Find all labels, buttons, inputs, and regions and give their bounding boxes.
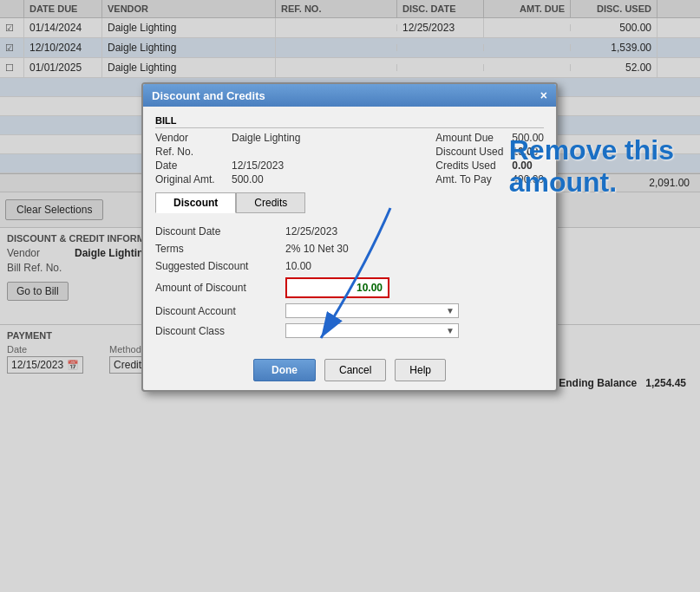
bill-vendor-value: Daigle Lighting xyxy=(232,132,300,144)
bill-section-title: BILL xyxy=(155,115,544,128)
bill-ref-label: Ref. No. xyxy=(155,146,225,158)
modal-buttons: Done Cancel Help xyxy=(155,359,544,381)
credits-used-label: Credits Used xyxy=(435,159,505,172)
discount-used-label: Discount Used xyxy=(435,146,505,158)
modal-titlebar: Discount and Credits × xyxy=(143,84,556,107)
dropdown-arrow-account: ▼ xyxy=(446,306,455,316)
bill-section: BILL Vendor Daigle Lighting Ref. No. Dat… xyxy=(155,115,544,185)
annotation-arrow xyxy=(260,199,434,355)
bill-date-value: 12/15/2023 xyxy=(232,159,284,172)
bill-col-left: Vendor Daigle Lighting Ref. No. Date 12/… xyxy=(155,132,300,185)
done-button[interactable]: Done xyxy=(253,359,316,381)
amount-due-label: Amount Due xyxy=(435,132,505,144)
bill-orig-amt-value: 500.00 xyxy=(232,173,264,185)
bill-vendor-label: Vendor xyxy=(155,132,225,144)
modal-close-button[interactable]: × xyxy=(540,88,547,102)
bill-orig-amt-label: Original Amt. xyxy=(155,173,225,185)
annotation-text: Remove this amount. xyxy=(509,134,674,198)
tab-discount[interactable]: Discount xyxy=(155,192,236,213)
help-button[interactable]: Help xyxy=(395,359,446,381)
dropdown-arrow-class: ▼ xyxy=(446,326,455,335)
bill-date-label: Date xyxy=(155,159,225,172)
modal-title: Discount and Credits xyxy=(152,89,265,102)
cancel-button[interactable]: Cancel xyxy=(324,359,386,381)
amt-to-pay-label: Amt. To Pay xyxy=(435,173,505,185)
